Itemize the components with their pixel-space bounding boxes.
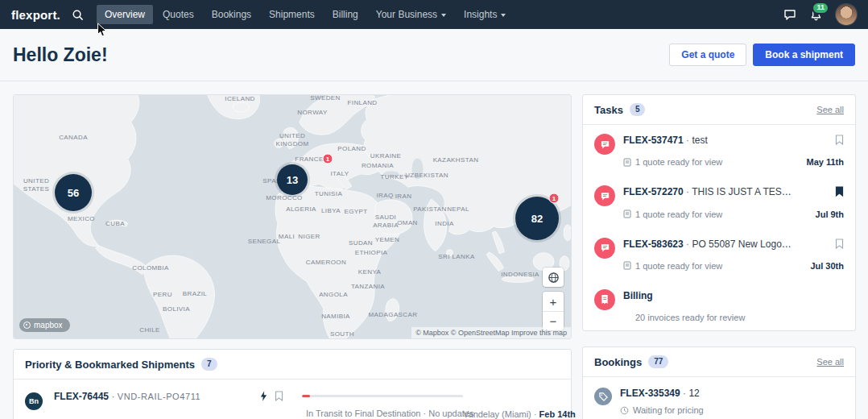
shipment-row[interactable]: Bn FLEX-76445 · VND-RAIL-PO4711 <box>14 380 571 419</box>
bookmark-icon[interactable] <box>835 239 844 249</box>
chat-icon <box>783 8 796 21</box>
clock-icon <box>620 406 629 415</box>
quote-doc-icon <box>623 210 631 218</box>
nav-item-label: Shipments <box>269 9 315 20</box>
task-id[interactable]: FLEX-537471 <box>623 135 684 146</box>
shipment-route: Vandelay (Miami) · Feb 14th <box>463 409 576 419</box>
quote-doc-icon <box>623 261 631 270</box>
flexport-logo[interactable]: flexport. <box>11 8 60 22</box>
shipment-flags <box>260 390 302 401</box>
task-main: FLEX-572270 · THIS IS JUST A TEST — NOT … <box>623 185 794 220</box>
chevron-down-icon <box>501 14 506 17</box>
separator-dot: · <box>111 391 114 402</box>
nav-item[interactable]: Insights <box>456 5 514 24</box>
task-subline: 1 quote ready for view <box>623 261 794 271</box>
nav-item[interactable]: Quotes <box>155 5 202 24</box>
search-icon <box>72 9 84 21</box>
nav-item-label: Overview <box>105 9 145 20</box>
priority-lightning-icon[interactable] <box>260 391 267 401</box>
shipment-status-text: In Transit to Final Destination · No upd… <box>306 409 474 418</box>
quote-doc-icon <box>623 158 631 167</box>
task-item[interactable]: Billing 2 <box>583 280 855 331</box>
chat-bubble-icon <box>600 191 610 201</box>
task-description: THIS IS JUST A TEST — NOT A REAL SHIP... <box>692 186 794 197</box>
separator-dot: · <box>683 388 686 399</box>
nav-item[interactable]: Billing <box>324 5 366 24</box>
map-zoom-in-button[interactable]: + <box>543 292 564 311</box>
task-side: May 11th <box>802 134 844 168</box>
right-column: Tasks 5 See all <box>582 94 856 419</box>
task-subtext: 20 invoices ready for review <box>635 313 745 322</box>
nav-item[interactable]: Overview <box>97 5 153 24</box>
book-a-shipment-button[interactable]: Book a shipment <box>753 44 855 66</box>
booking-row[interactable]: FLEX-335349 · 12 Waiting for pricing <box>583 377 855 419</box>
task-side: Jul 9th <box>802 185 844 220</box>
booking-id[interactable]: FLEX-335349 <box>620 388 680 399</box>
separator-dot: · <box>686 135 689 146</box>
header-actions: Get a quote Book a shipment <box>669 44 855 66</box>
notifications-button[interactable]: 11 <box>810 8 822 21</box>
pricing-tag-icon <box>599 392 608 401</box>
task-type-icon <box>594 185 615 206</box>
map-attribution[interactable]: © Mapbox © OpenStreetMap Improve this ma… <box>411 327 571 338</box>
mapbox-logo[interactable]: mapbox <box>19 318 70 332</box>
nav-item[interactable]: Shipments <box>261 5 323 24</box>
bookings-card: Bookings 77 See all FLEX-335349 <box>582 346 856 419</box>
user-avatar[interactable] <box>836 4 857 25</box>
task-id[interactable]: FLEX-583623 <box>623 239 684 250</box>
priority-card-header: Priority & Bookmarked Shipments 7 <box>14 350 571 380</box>
task-item[interactable]: FLEX-583623 · PO 55087 New Logo Sneakers <box>583 229 855 280</box>
booking-status: Waiting for pricing <box>620 405 704 415</box>
bookmark-icon[interactable] <box>835 135 844 145</box>
nav-item[interactable]: Bookings <box>204 5 259 24</box>
notification-count-badge: 11 <box>812 2 829 15</box>
globe-icon <box>548 272 560 284</box>
booking-status-text: Waiting for pricing <box>633 405 704 415</box>
search-button[interactable] <box>72 9 84 21</box>
get-a-quote-button[interactable]: Get a quote <box>669 44 746 66</box>
messages-button[interactable] <box>783 8 796 21</box>
top-navigation: flexport. Overview Quotes Book <box>0 0 868 29</box>
task-due-date: May 11th <box>807 157 844 167</box>
bookings-count-badge: 77 <box>648 355 668 368</box>
task-title-line: FLEX-583623 · PO 55087 New Logo Sneakers <box>623 239 794 250</box>
task-subline: 20 invoices ready for review <box>623 313 794 322</box>
task-side: Jul 30th <box>802 238 844 272</box>
mapbox-icon <box>23 322 31 329</box>
greeting-heading: Hello Zoie! <box>13 44 108 66</box>
shipment-id[interactable]: FLEX-76445 <box>54 391 109 402</box>
booking-avatar <box>594 388 612 405</box>
task-id[interactable]: Billing <box>623 290 653 301</box>
flexport-dashboard: flexport. Overview Quotes Book <box>0 0 868 419</box>
shipment-status: In Transit to Final Destination · No upd… <box>302 409 463 418</box>
nav-item-label: Billing <box>333 9 358 20</box>
shipment-avatar: Bn <box>25 392 43 410</box>
bookmark-icon[interactable] <box>835 186 844 197</box>
left-column: CANADA UNITED STATES MEXICO CUBA COLOMBI… <box>13 94 572 419</box>
task-main: Billing 2 <box>623 289 794 324</box>
task-due-date: Jul 9th <box>816 210 844 219</box>
shipment-map-card[interactable]: CANADA UNITED STATES MEXICO CUBA COLOMBI… <box>13 94 572 339</box>
separator-dot: · <box>686 186 689 197</box>
tasks-see-all-link[interactable]: See all <box>816 105 844 114</box>
task-main: FLEX-583623 · PO 55087 New Logo Sneakers <box>623 238 794 272</box>
task-subtext: 1 quote ready for view <box>635 210 722 219</box>
bookmark-icon[interactable] <box>275 391 283 401</box>
bookings-see-all-link[interactable]: See all <box>816 357 844 367</box>
task-id[interactable]: FLEX-572270 <box>623 186 684 197</box>
task-item[interactable]: FLEX-572270 · THIS IS JUST A TEST — NOT … <box>583 176 855 228</box>
nav-item[interactable]: Your Business <box>368 5 454 24</box>
task-description: PO 55087 New Logo Sneakers <box>692 239 794 250</box>
bookings-card-header: Bookings 77 See all <box>583 347 855 377</box>
page-header: Hello Zoie! Get a quote Book a shipment <box>0 29 868 81</box>
priority-count-badge: 7 <box>201 358 217 371</box>
map-globe-button[interactable] <box>543 268 564 287</box>
map-zoom-controls: + − <box>543 292 564 330</box>
task-type-icon <box>594 289 615 310</box>
priority-card-title: Priority & Bookmarked Shipments <box>25 359 195 371</box>
priority-shipments-card: Priority & Bookmarked Shipments 7 Bn FLE… <box>13 349 572 419</box>
shipment-reference: VND-RAIL-PO4711 <box>118 392 201 401</box>
task-item[interactable]: FLEX-537471 · test <box>583 125 855 176</box>
shipment-title: FLEX-76445 · VND-RAIL-PO4711 <box>54 390 260 402</box>
nav-item-label: Quotes <box>163 9 194 20</box>
